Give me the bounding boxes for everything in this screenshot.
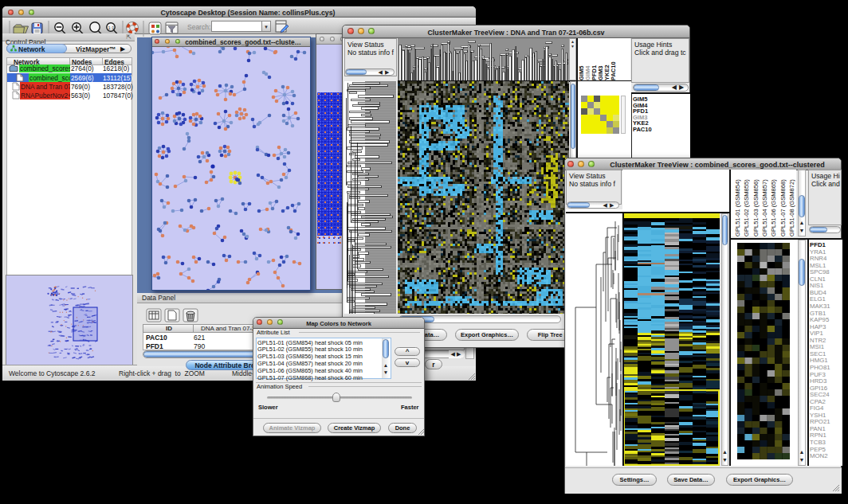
svg-text:1:1: 1:1 xyxy=(108,25,115,30)
